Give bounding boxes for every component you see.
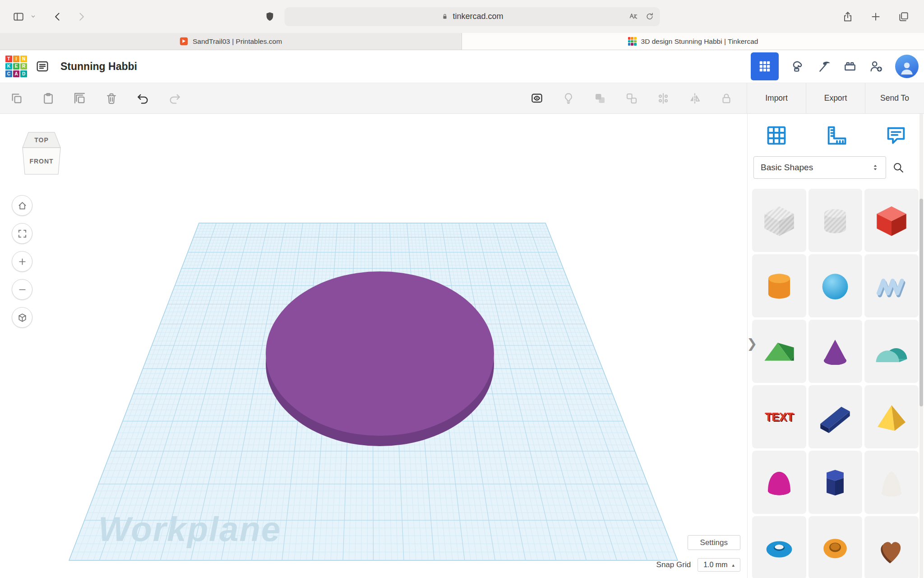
shape-torus[interactable] <box>752 516 806 578</box>
share-icon[interactable] <box>842 11 854 23</box>
collaborate-person-add-icon[interactable] <box>869 59 883 74</box>
panel-collapse-chevron-icon[interactable]: ❯ <box>747 336 757 351</box>
shape-cylinder[interactable] <box>752 254 806 317</box>
browser-actions-group <box>842 11 924 23</box>
snap-grid-dropdown[interactable]: 1.0 mm ▴ <box>698 558 740 572</box>
shape-box[interactable] <box>864 189 919 252</box>
hide-bulb-icon[interactable] <box>562 92 575 105</box>
scrollbar-track[interactable] <box>919 114 923 578</box>
fit-view-icon <box>17 228 28 239</box>
shape-heart[interactable] <box>864 516 919 578</box>
align-icon[interactable] <box>656 92 670 105</box>
send-to-button[interactable]: Send To <box>865 83 924 113</box>
lock-icon-toolbar[interactable] <box>720 92 733 105</box>
copy-icon[interactable] <box>10 92 23 105</box>
main-area: TOP FRONT Workplane Settings Snap Grid 1… <box>0 114 924 578</box>
duplicate-icon[interactable] <box>73 92 87 105</box>
shape-scribble[interactable] <box>864 254 919 317</box>
app-header: TINKERCAD Stunning Habbi <box>0 50 924 83</box>
export-button[interactable]: Export <box>806 83 865 113</box>
mirror-icon[interactable] <box>688 92 702 105</box>
shape-icecream[interactable] <box>864 451 919 514</box>
view-cube[interactable]: TOP FRONT <box>21 129 62 178</box>
translate-icon[interactable] <box>629 12 638 21</box>
browser-toolbar: tinkercad.com <box>0 0 924 33</box>
design-title[interactable]: Stunning Habbi <box>60 61 137 73</box>
reload-icon[interactable] <box>645 12 655 21</box>
group-icon[interactable] <box>593 92 607 105</box>
shape-round-roof[interactable] <box>864 320 919 383</box>
perspective-toggle-button[interactable] <box>12 307 32 328</box>
address-group: tinkercad.com <box>264 7 660 26</box>
paste-icon[interactable] <box>42 92 55 105</box>
zoom-in-button[interactable] <box>12 251 32 272</box>
redo-icon[interactable] <box>168 92 181 105</box>
minecraft-pickaxe-icon[interactable] <box>817 59 831 74</box>
shape-cone[interactable] <box>808 320 863 383</box>
shape-tube[interactable] <box>808 516 863 578</box>
sidebar-toggle-icon[interactable] <box>13 11 24 23</box>
delete-icon[interactable] <box>105 92 118 105</box>
workplane-watermark: Workplane <box>98 509 281 549</box>
view-3d-button[interactable] <box>751 52 779 80</box>
logo-cell: K <box>5 63 12 70</box>
svg-text:TEXT: TEXT <box>765 410 794 423</box>
tab-tinkercad[interactable]: TINKERCAD 3D design Stunning Habbi | Tin… <box>462 33 924 50</box>
search-icon[interactable] <box>892 161 905 174</box>
home-view-button[interactable] <box>12 195 32 216</box>
address-bar-actions <box>629 7 655 26</box>
tab-bar: SandTrail03 | Printables.com TINKERCAD 3… <box>0 33 924 50</box>
shape-hole-box[interactable] <box>752 189 806 252</box>
tinkercad-logo[interactable]: TINKERCAD <box>5 56 27 77</box>
forward-button[interactable] <box>75 11 87 23</box>
back-button[interactable] <box>52 11 64 23</box>
sim-lab-mitt-icon[interactable] <box>790 59 805 74</box>
panel-tool-icons <box>748 114 924 147</box>
shape-category-select[interactable]: Basic Shapes <box>753 156 886 179</box>
logo-cell: I <box>631 37 633 40</box>
avatar-person-icon <box>899 60 915 76</box>
home-icon <box>17 200 28 211</box>
ruler-tool-icon[interactable] <box>825 124 848 147</box>
tab-printables[interactable]: SandTrail03 | Printables.com <box>0 33 462 50</box>
shape-hole-cylinder[interactable] <box>808 189 863 252</box>
view-cube-front-label[interactable]: FRONT <box>29 158 53 165</box>
snap-grid-control: Snap Grid 1.0 mm ▴ <box>656 558 740 572</box>
shape-roof[interactable] <box>752 320 806 383</box>
show-all-icon[interactable] <box>530 92 544 105</box>
ungroup-icon[interactable] <box>625 92 638 105</box>
zoom-out-button[interactable] <box>12 279 32 300</box>
logo-cell: R <box>20 63 27 70</box>
viewport-3d[interactable]: TOP FRONT Workplane Settings Snap Grid 1… <box>0 114 747 578</box>
disc-object[interactable] <box>266 271 494 446</box>
import-button[interactable]: Import <box>747 83 806 113</box>
shape-pyramid[interactable] <box>864 385 919 448</box>
workplane-tool-icon[interactable] <box>765 124 788 147</box>
fit-view-button[interactable] <box>12 223 32 244</box>
avatar[interactable] <box>895 55 919 78</box>
shape-text[interactable]: TEXTTEXT <box>752 385 806 448</box>
notes-tool-icon[interactable] <box>884 124 908 147</box>
sidebar-chevron-down-icon[interactable] <box>30 13 37 20</box>
address-bar[interactable]: tinkercad.com <box>285 7 660 26</box>
shape-sphere[interactable] <box>808 254 863 317</box>
scrollbar-thumb[interactable] <box>919 199 923 406</box>
shape-wedge[interactable] <box>808 385 863 448</box>
shape-paraboloid[interactable] <box>752 451 806 514</box>
grid-3x3-icon <box>758 60 772 73</box>
settings-button[interactable]: Settings <box>688 535 740 550</box>
new-tab-icon[interactable] <box>870 11 882 23</box>
edit-toolbar-right: Import Export Send To <box>530 83 924 113</box>
logo-cell: N <box>20 56 27 62</box>
tab-overview-icon[interactable] <box>898 11 910 23</box>
view-cube-top-label[interactable]: TOP <box>34 136 49 144</box>
header-actions <box>751 52 924 80</box>
lego-brick-icon[interactable] <box>843 59 857 74</box>
shapes-panel: ❯ Basic Shapes TEXTTEXT <box>747 114 924 578</box>
privacy-shield-icon[interactable] <box>264 11 276 22</box>
undo-icon[interactable] <box>136 92 150 105</box>
shape-polygon[interactable] <box>808 451 863 514</box>
workplane-scene[interactable] <box>0 114 747 578</box>
design-menu-icon[interactable] <box>35 59 50 74</box>
url-text: tinkercad.com <box>453 12 503 21</box>
